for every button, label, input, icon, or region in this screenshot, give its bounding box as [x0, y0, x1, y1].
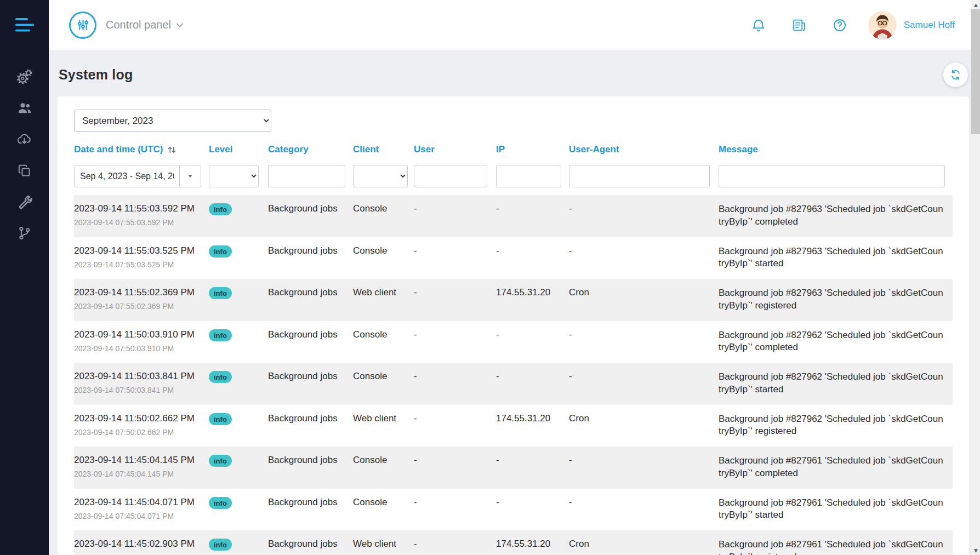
column-header-level: Level [209, 144, 268, 165]
hamburger-menu-button[interactable] [15, 18, 34, 32]
log-datetime-utc: 2023-09-14 11:45:04.145 PM [74, 455, 200, 466]
user-filter-input[interactable] [414, 165, 487, 187]
refresh-button[interactable] [943, 62, 968, 87]
log-client: Web client [353, 279, 414, 321]
log-user: - [414, 405, 496, 447]
sidebar [0, 0, 49, 555]
scrollbar-thumb[interactable] [971, 9, 980, 134]
log-client: Console [353, 447, 414, 489]
sidebar-item-gears[interactable] [15, 68, 34, 85]
log-ip: - [496, 237, 569, 279]
table-row[interactable]: 2023-09-14 11:55:03.592 PM 2023-09-14 07… [74, 195, 953, 237]
level-badge: info [209, 287, 232, 299]
log-message: Background job #827962 'Scheduled job `s… [719, 363, 953, 405]
log-message: Background job #827961 'Scheduled job `s… [719, 447, 953, 489]
log-datetime-local: 2023-09-14 07:50:02.662 PM [74, 428, 200, 437]
log-datetime-utc: 2023-09-14 11:55:03.525 PM [74, 245, 200, 256]
date-range-filter [74, 165, 201, 187]
sort-asc-icon[interactable] [167, 145, 176, 155]
log-datetime-utc: 2023-09-14 11:55:02.369 PM [74, 287, 200, 298]
table-row[interactable]: 2023-09-14 11:45:04.145 PM 2023-09-14 07… [74, 447, 953, 489]
log-ip: 174.55.31.20 [496, 405, 569, 447]
log-user: - [414, 447, 496, 489]
sidebar-nav [15, 68, 34, 241]
table-row[interactable]: 2023-09-14 11:45:04.071 PM 2023-09-14 07… [74, 489, 953, 531]
cloud-download-icon [16, 131, 32, 147]
log-datetime-utc: 2023-09-14 11:50:03.841 PM [74, 371, 200, 382]
column-header-user: User [414, 144, 496, 165]
log-client: Console [353, 195, 414, 237]
sidebar-item-cloud-download[interactable] [15, 131, 34, 147]
message-filter-input[interactable] [719, 165, 945, 187]
column-header-category: Category [268, 144, 353, 165]
log-message: Background job #827963 'Scheduled job `s… [719, 195, 953, 237]
sidebar-item-wrench[interactable] [15, 193, 34, 210]
user-agent-filter-input[interactable] [569, 165, 710, 187]
chevron-down-icon [176, 22, 184, 28]
month-select[interactable]: September, 2023 [74, 110, 271, 132]
log-ip: - [496, 195, 569, 237]
log-user: - [414, 489, 496, 531]
news-button[interactable] [791, 18, 807, 33]
log-ip: 174.55.31.20 [496, 530, 569, 555]
wrench-icon [17, 194, 32, 209]
log-category: Background jobs [268, 237, 353, 279]
log-client: Console [353, 489, 414, 531]
vertical-scrollbar[interactable]: ▲ ▼ [971, 0, 980, 555]
app-logo [69, 12, 96, 39]
users-icon [17, 100, 32, 116]
level-badge: info [209, 329, 232, 341]
log-user-agent: Cron [569, 405, 719, 447]
table-row[interactable]: 2023-09-14 11:50:03.910 PM 2023-09-14 07… [74, 321, 953, 363]
sidebar-item-copy[interactable] [15, 162, 34, 179]
log-client: Web client [353, 530, 414, 555]
content: System log September, 2023 [49, 50, 980, 555]
ip-filter-input[interactable] [496, 165, 561, 187]
column-header-date[interactable]: Date and time (UTC) [74, 144, 209, 165]
level-badge: info [209, 413, 232, 425]
main-area: Control panel [49, 0, 980, 555]
sidebar-item-users[interactable] [15, 100, 34, 116]
level-filter-select[interactable] [209, 165, 259, 187]
date-range-dropdown-button[interactable] [180, 165, 201, 187]
level-badge: info [209, 203, 232, 215]
app-title: Control panel [106, 19, 171, 31]
news-icon [791, 18, 807, 33]
level-badge: info [209, 539, 232, 551]
date-range-input[interactable] [74, 165, 180, 187]
table-row[interactable]: 2023-09-14 11:50:03.841 PM 2023-09-14 07… [74, 363, 953, 405]
log-user: - [414, 321, 496, 363]
help-button[interactable] [832, 18, 847, 33]
log-datetime-local: 2023-09-14 07:50:03.910 PM [74, 344, 200, 353]
log-user-agent: Cron [569, 279, 719, 321]
app-window: Control panel [0, 0, 980, 555]
sidebar-item-git-branch[interactable] [15, 225, 34, 241]
log-message: Background job #827961 'Scheduled job `s… [719, 489, 953, 531]
log-client: Web client [353, 405, 414, 447]
table-row[interactable]: 2023-09-14 11:45:02.903 PM 2023-09-14 07… [74, 530, 953, 555]
log-user-agent: - [569, 321, 719, 363]
client-filter-select[interactable] [353, 165, 408, 187]
log-message: Background job #827963 'Scheduled job `s… [719, 237, 953, 279]
table-row[interactable]: 2023-09-14 11:55:03.525 PM 2023-09-14 07… [74, 237, 953, 279]
category-filter-input[interactable] [268, 165, 345, 187]
user-name[interactable]: Samuel Hoff [904, 20, 955, 31]
log-category: Background jobs [268, 530, 353, 555]
log-ip: - [496, 363, 569, 405]
log-user: - [414, 237, 496, 279]
level-badge: info [209, 497, 232, 509]
log-category: Background jobs [268, 321, 353, 363]
notifications-button[interactable] [751, 18, 766, 33]
log-datetime-utc: 2023-09-14 11:45:02.903 PM [74, 539, 200, 550]
table-row[interactable]: 2023-09-14 11:50:02.662 PM 2023-09-14 07… [74, 405, 953, 447]
scrollbar-down-arrow[interactable]: ▼ [971, 546, 980, 555]
avatar[interactable] [868, 11, 897, 39]
log-user: - [414, 279, 496, 321]
app-title-dropdown[interactable]: Control panel [106, 19, 184, 31]
table-row[interactable]: 2023-09-14 11:55:02.369 PM 2023-09-14 07… [74, 279, 953, 321]
help-icon [832, 18, 847, 33]
log-user-agent: Cron [569, 530, 719, 555]
log-ip: 174.55.31.20 [496, 279, 569, 321]
log-category: Background jobs [268, 363, 353, 405]
scrollbar-up-arrow[interactable]: ▲ [971, 0, 980, 9]
